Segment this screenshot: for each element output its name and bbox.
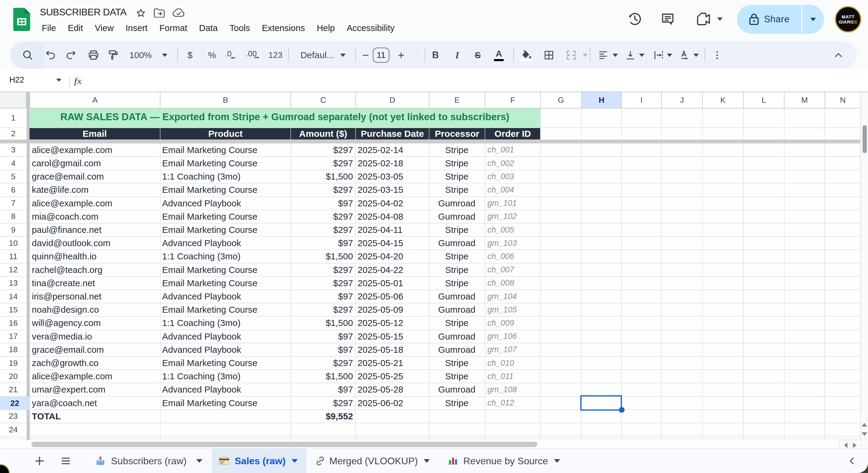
svg-text:.00: .00: [246, 49, 257, 58]
svg-text:.0: .0: [225, 49, 231, 58]
